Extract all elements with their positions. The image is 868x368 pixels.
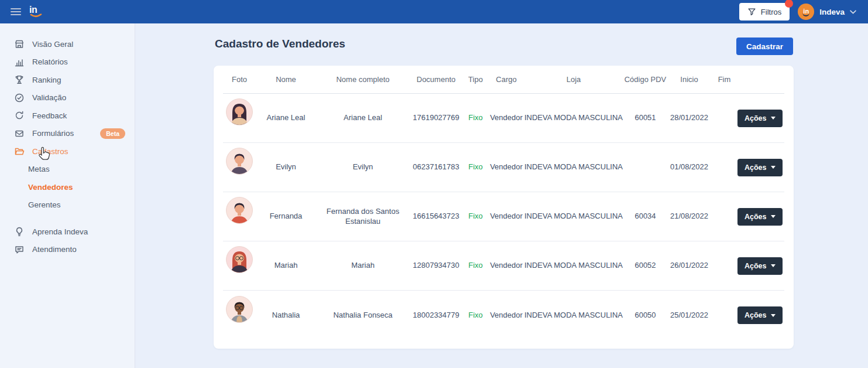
column-header-nome-completo: Nome completo: [316, 75, 410, 84]
actions-button[interactable]: Ações: [737, 159, 783, 176]
register-button[interactable]: Cadastrar: [736, 38, 793, 55]
cell-nome: Ariane Leal: [256, 113, 316, 122]
sidebar-item-feedback[interactable]: Feedback: [0, 107, 135, 125]
column-header-inicio: Inicio: [667, 75, 711, 84]
cell-inicio: 01/08/2022: [667, 162, 711, 172]
sidebar-item-label: Vendedores: [28, 183, 73, 192]
cell-cargo: Vendedor: [489, 212, 524, 221]
cell-cargo: Vendedor: [489, 162, 524, 172]
table-body: Ariane Leal Ariane Leal 17619027769 Fixo…: [223, 94, 784, 340]
sidebar-item-label: Cadastros: [32, 147, 68, 156]
filters-button-label: Filtros: [761, 8, 781, 16]
cell-actions: Ações: [737, 159, 786, 176]
cell-actions: Ações: [737, 257, 786, 275]
filters-button[interactable]: Filtros: [739, 3, 790, 21]
cell-documento: 06237161783: [410, 162, 462, 172]
column-header-foto: Foto: [223, 75, 256, 84]
sidebar-item-gerentes[interactable]: Gerentes: [0, 196, 135, 214]
sidebar-item-atendimento[interactable]: Atendimento: [0, 241, 135, 259]
cell-inicio: 26/01/2022: [667, 261, 711, 270]
caret-down-icon: [771, 215, 776, 218]
cell-documento: 12807934730: [410, 261, 462, 270]
page-title: Cadastro de Vendedores: [215, 38, 345, 50]
cell-codigo-pdv: 60050: [623, 311, 667, 320]
cell-codigo-pdv: 60034: [623, 212, 667, 221]
cell-nome-completo: Mariah: [316, 261, 410, 270]
cell-tipo: Fixo: [462, 162, 489, 172]
sidebar-item-validacao[interactable]: Validação: [0, 89, 135, 107]
store-icon: [14, 39, 25, 49]
table-row: Mariah Mariah 12807934730 Fixo Vendedor …: [223, 241, 784, 291]
caret-down-icon: [771, 314, 776, 317]
actions-button[interactable]: Ações: [737, 208, 783, 226]
cell-actions: Ações: [737, 306, 786, 324]
sidebar-item-label: Feedback: [32, 111, 67, 120]
cell-loja: INDEVA MODA MASCULINA: [524, 162, 623, 172]
cell-foto: [223, 202, 256, 231]
table-row: Nathalia Nathalia Fonseca 18002334779 Fi…: [223, 291, 784, 340]
cell-nome: Fernanda: [256, 212, 316, 221]
vendor-avatar: [226, 296, 253, 325]
actions-button-label: Ações: [745, 311, 767, 319]
app-logo: in: [29, 5, 44, 19]
cell-loja: INDEVA MODA MASCULINA: [524, 212, 623, 221]
cell-inicio: 21/08/2022: [667, 212, 711, 221]
cell-inicio: 25/01/2022: [667, 311, 711, 320]
sidebar-item-cadastros[interactable]: Cadastros: [0, 142, 135, 161]
cell-nome-completo: Evilyn: [316, 162, 410, 172]
sidebar-item-relatorios[interactable]: Relatórios: [0, 53, 135, 71]
actions-button[interactable]: Ações: [737, 257, 783, 275]
cell-loja: INDEVA MODA MASCULINA: [524, 113, 623, 122]
sidebar-item-aprenda-indeva[interactable]: Aprenda Indeva: [0, 223, 135, 241]
cell-nome-completo: Nathalia Fonseca: [316, 311, 410, 320]
sidebar-item-formularios[interactable]: Formulários Beta: [0, 125, 135, 143]
user-menu[interactable]: in Indeva: [798, 4, 856, 20]
actions-button-label: Ações: [745, 163, 767, 172]
column-header-codigo-pdv: Código PDV: [623, 75, 667, 84]
column-header-tipo: Tipo: [462, 75, 489, 84]
cell-inicio: 28/01/2022: [667, 113, 711, 122]
sidebar-item-label: Gerentes: [28, 200, 61, 209]
sidebar: Visão Geral Relatórios Ranking Validação…: [0, 23, 135, 368]
actions-button-label: Ações: [745, 262, 767, 270]
cell-codigo-pdv: 60052: [623, 261, 667, 270]
cell-documento: 17619027769: [410, 113, 462, 122]
cell-nome-completo: Ariane Leal: [316, 113, 410, 122]
sidebar-item-ranking[interactable]: Ranking: [0, 71, 135, 89]
table-row: Evilyn Evilyn 06237161783 Fixo Vendedor …: [223, 143, 784, 192]
vendor-avatar: [226, 148, 253, 177]
sidebar-item-metas[interactable]: Metas: [0, 161, 135, 179]
actions-button[interactable]: Ações: [737, 110, 783, 127]
bar-chart-icon: [14, 57, 25, 67]
cell-nome: Mariah: [256, 261, 316, 270]
hamburger-menu-icon[interactable]: [11, 6, 21, 17]
actions-button[interactable]: Ações: [737, 306, 783, 324]
user-avatar: in: [798, 4, 814, 20]
notification-dot: [785, 0, 793, 8]
vendor-avatar: [226, 197, 253, 226]
caret-down-icon: [771, 264, 776, 267]
user-name: Indeva: [819, 8, 845, 16]
table-row: Ariane Leal Ariane Leal 17619027769 Fixo…: [223, 94, 784, 143]
vendors-table-card: Foto Nome Nome completo Documento Tipo C…: [214, 66, 794, 349]
table-row: Fernanda Fernanda dos Santos Estanislau …: [223, 192, 784, 241]
column-header-documento: Documento: [410, 75, 462, 84]
actions-button-label: Ações: [745, 213, 767, 221]
cell-documento: 16615643723: [410, 212, 462, 221]
trophy-icon: [14, 74, 25, 85]
column-header-loja: Loja: [524, 75, 623, 84]
folder-open-icon: [14, 146, 25, 156]
envelope-icon: [14, 128, 25, 139]
sidebar-item-label: Aprenda Indeva: [32, 227, 88, 236]
cell-foto: [223, 103, 256, 132]
logo-swoosh-icon: [30, 13, 43, 18]
cell-nome: Nathalia: [256, 311, 316, 320]
chevron-down-icon: [850, 10, 856, 14]
sidebar-item-vendedores[interactable]: Vendedores: [0, 178, 135, 196]
cell-tipo: Fixo: [462, 113, 489, 122]
sidebar-item-label: Ranking: [32, 76, 61, 84]
vendor-avatar: [226, 98, 253, 128]
sidebar-item-visao-geral[interactable]: Visão Geral: [0, 35, 135, 53]
cell-foto: [223, 251, 256, 280]
vendor-avatar: [226, 246, 253, 275]
